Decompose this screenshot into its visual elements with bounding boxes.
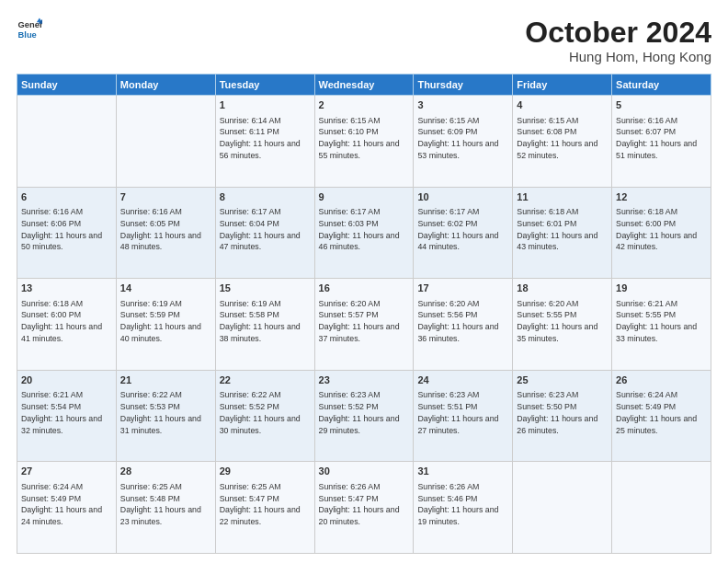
day-of-week-header: Sunday bbox=[17, 75, 117, 96]
calendar-table: SundayMondayTuesdayWednesdayThursdayFrid… bbox=[17, 74, 711, 554]
day-info: Sunrise: 6:19 AM Sunset: 5:59 PM Dayligh… bbox=[120, 298, 211, 345]
calendar-cell: 22Sunrise: 6:22 AM Sunset: 5:52 PM Dayli… bbox=[215, 370, 314, 462]
title-block: October 2024 Hung Hom, Hong Kong bbox=[525, 17, 711, 64]
calendar-cell: 1Sunrise: 6:14 AM Sunset: 6:11 PM Daylig… bbox=[215, 96, 314, 188]
day-info: Sunrise: 6:21 AM Sunset: 5:54 PM Dayligh… bbox=[21, 389, 112, 436]
day-info: Sunrise: 6:16 AM Sunset: 6:05 PM Dayligh… bbox=[120, 206, 211, 253]
day-number: 12 bbox=[616, 190, 707, 204]
calendar-cell: 31Sunrise: 6:26 AM Sunset: 5:46 PM Dayli… bbox=[414, 462, 513, 554]
day-number: 15 bbox=[220, 282, 311, 295]
calendar-cell: 4Sunrise: 6:15 AM Sunset: 6:08 PM Daylig… bbox=[513, 96, 612, 188]
calendar-week-row: 27Sunrise: 6:24 AM Sunset: 5:49 PM Dayli… bbox=[17, 462, 711, 554]
calendar-cell: 23Sunrise: 6:23 AM Sunset: 5:52 PM Dayli… bbox=[314, 370, 414, 462]
day-number: 24 bbox=[417, 373, 508, 387]
day-info: Sunrise: 6:21 AM Sunset: 5:55 PM Dayligh… bbox=[616, 298, 707, 345]
day-number: 8 bbox=[220, 190, 311, 204]
calendar-week-row: 20Sunrise: 6:21 AM Sunset: 5:54 PM Dayli… bbox=[17, 370, 711, 462]
day-info: Sunrise: 6:22 AM Sunset: 5:53 PM Dayligh… bbox=[120, 389, 211, 436]
day-number: 20 bbox=[21, 373, 112, 387]
calendar-week-row: 1Sunrise: 6:14 AM Sunset: 6:11 PM Daylig… bbox=[17, 96, 711, 188]
day-info: Sunrise: 6:20 AM Sunset: 5:56 PM Dayligh… bbox=[417, 298, 508, 345]
calendar-cell: 12Sunrise: 6:18 AM Sunset: 6:00 PM Dayli… bbox=[612, 187, 711, 279]
calendar-cell: 14Sunrise: 6:19 AM Sunset: 5:59 PM Dayli… bbox=[116, 279, 215, 371]
header: General Blue October 2024 Hung Hom, Hong… bbox=[17, 17, 711, 64]
calendar-cell: 18Sunrise: 6:20 AM Sunset: 5:55 PM Dayli… bbox=[513, 279, 612, 371]
day-number: 17 bbox=[417, 282, 508, 295]
day-of-week-header: Thursday bbox=[414, 75, 513, 96]
day-of-week-header: Friday bbox=[513, 75, 612, 96]
calendar-cell: 6Sunrise: 6:16 AM Sunset: 6:06 PM Daylig… bbox=[17, 187, 117, 279]
day-info: Sunrise: 6:19 AM Sunset: 5:58 PM Dayligh… bbox=[220, 298, 311, 345]
day-number: 25 bbox=[517, 373, 608, 387]
day-number: 23 bbox=[319, 373, 410, 387]
calendar-cell: 25Sunrise: 6:23 AM Sunset: 5:50 PM Dayli… bbox=[513, 370, 612, 462]
calendar-cell bbox=[513, 462, 612, 554]
day-of-week-header: Tuesday bbox=[215, 75, 314, 96]
day-number: 21 bbox=[120, 373, 211, 387]
day-info: Sunrise: 6:26 AM Sunset: 5:47 PM Dayligh… bbox=[319, 481, 410, 528]
day-info: Sunrise: 6:15 AM Sunset: 6:09 PM Dayligh… bbox=[417, 115, 508, 162]
day-number: 10 bbox=[417, 190, 508, 204]
calendar-cell: 10Sunrise: 6:17 AM Sunset: 6:02 PM Dayli… bbox=[414, 187, 513, 279]
logo: General Blue bbox=[17, 17, 42, 42]
day-of-week-header: Saturday bbox=[612, 75, 711, 96]
day-info: Sunrise: 6:17 AM Sunset: 6:02 PM Dayligh… bbox=[417, 206, 508, 253]
day-info: Sunrise: 6:25 AM Sunset: 5:48 PM Dayligh… bbox=[120, 481, 211, 528]
calendar-cell: 8Sunrise: 6:17 AM Sunset: 6:04 PM Daylig… bbox=[215, 187, 314, 279]
day-of-week-header: Monday bbox=[116, 75, 215, 96]
calendar-cell: 20Sunrise: 6:21 AM Sunset: 5:54 PM Dayli… bbox=[17, 370, 117, 462]
day-info: Sunrise: 6:24 AM Sunset: 5:49 PM Dayligh… bbox=[616, 389, 707, 436]
day-info: Sunrise: 6:16 AM Sunset: 6:06 PM Dayligh… bbox=[21, 206, 112, 253]
day-info: Sunrise: 6:17 AM Sunset: 6:04 PM Dayligh… bbox=[220, 206, 311, 253]
day-number: 2 bbox=[319, 98, 410, 112]
calendar-week-row: 13Sunrise: 6:18 AM Sunset: 6:00 PM Dayli… bbox=[17, 279, 711, 371]
calendar-cell: 16Sunrise: 6:20 AM Sunset: 5:57 PM Dayli… bbox=[314, 279, 414, 371]
day-info: Sunrise: 6:22 AM Sunset: 5:52 PM Dayligh… bbox=[220, 389, 311, 436]
day-info: Sunrise: 6:18 AM Sunset: 6:00 PM Dayligh… bbox=[21, 298, 112, 345]
day-info: Sunrise: 6:18 AM Sunset: 6:00 PM Dayligh… bbox=[616, 206, 707, 253]
day-number: 5 bbox=[616, 98, 707, 112]
day-number: 16 bbox=[319, 282, 410, 295]
day-number: 31 bbox=[417, 465, 508, 478]
day-number: 3 bbox=[417, 98, 508, 112]
calendar-cell: 5Sunrise: 6:16 AM Sunset: 6:07 PM Daylig… bbox=[612, 96, 711, 188]
calendar-cell: 27Sunrise: 6:24 AM Sunset: 5:49 PM Dayli… bbox=[17, 462, 117, 554]
calendar-cell: 17Sunrise: 6:20 AM Sunset: 5:56 PM Dayli… bbox=[414, 279, 513, 371]
day-number: 4 bbox=[517, 98, 608, 112]
svg-text:Blue: Blue bbox=[18, 30, 37, 40]
day-number: 30 bbox=[319, 465, 410, 478]
day-info: Sunrise: 6:15 AM Sunset: 6:08 PM Dayligh… bbox=[517, 115, 608, 162]
logo-icon: General Blue bbox=[17, 17, 42, 42]
calendar-cell: 21Sunrise: 6:22 AM Sunset: 5:53 PM Dayli… bbox=[116, 370, 215, 462]
day-number: 14 bbox=[120, 282, 211, 295]
day-number: 11 bbox=[517, 190, 608, 204]
calendar-page: General Blue October 2024 Hung Hom, Hong… bbox=[0, 0, 728, 563]
day-of-week-header: Wednesday bbox=[314, 75, 414, 96]
calendar-cell: 29Sunrise: 6:25 AM Sunset: 5:47 PM Dayli… bbox=[215, 462, 314, 554]
day-number: 9 bbox=[319, 190, 410, 204]
calendar-cell: 13Sunrise: 6:18 AM Sunset: 6:00 PM Dayli… bbox=[17, 279, 117, 371]
day-info: Sunrise: 6:15 AM Sunset: 6:10 PM Dayligh… bbox=[319, 115, 410, 162]
day-number: 7 bbox=[120, 190, 211, 204]
day-info: Sunrise: 6:20 AM Sunset: 5:57 PM Dayligh… bbox=[319, 298, 410, 345]
calendar-cell: 15Sunrise: 6:19 AM Sunset: 5:58 PM Dayli… bbox=[215, 279, 314, 371]
calendar-cell bbox=[17, 96, 117, 188]
calendar-cell bbox=[116, 96, 215, 188]
day-info: Sunrise: 6:23 AM Sunset: 5:50 PM Dayligh… bbox=[517, 389, 608, 436]
day-info: Sunrise: 6:18 AM Sunset: 6:01 PM Dayligh… bbox=[517, 206, 608, 253]
calendar-cell: 28Sunrise: 6:25 AM Sunset: 5:48 PM Dayli… bbox=[116, 462, 215, 554]
location: Hung Hom, Hong Kong bbox=[525, 49, 711, 64]
calendar-week-row: 6Sunrise: 6:16 AM Sunset: 6:06 PM Daylig… bbox=[17, 187, 711, 279]
day-info: Sunrise: 6:20 AM Sunset: 5:55 PM Dayligh… bbox=[517, 298, 608, 345]
day-info: Sunrise: 6:17 AM Sunset: 6:03 PM Dayligh… bbox=[319, 206, 410, 253]
day-number: 28 bbox=[120, 465, 211, 478]
calendar-cell: 26Sunrise: 6:24 AM Sunset: 5:49 PM Dayli… bbox=[612, 370, 711, 462]
calendar-cell: 30Sunrise: 6:26 AM Sunset: 5:47 PM Dayli… bbox=[314, 462, 414, 554]
calendar-cell: 19Sunrise: 6:21 AM Sunset: 5:55 PM Dayli… bbox=[612, 279, 711, 371]
day-number: 29 bbox=[220, 465, 311, 478]
calendar-cell: 11Sunrise: 6:18 AM Sunset: 6:01 PM Dayli… bbox=[513, 187, 612, 279]
day-number: 27 bbox=[21, 465, 112, 478]
day-number: 6 bbox=[21, 190, 112, 204]
day-number: 19 bbox=[616, 282, 707, 295]
day-info: Sunrise: 6:16 AM Sunset: 6:07 PM Dayligh… bbox=[616, 115, 707, 162]
